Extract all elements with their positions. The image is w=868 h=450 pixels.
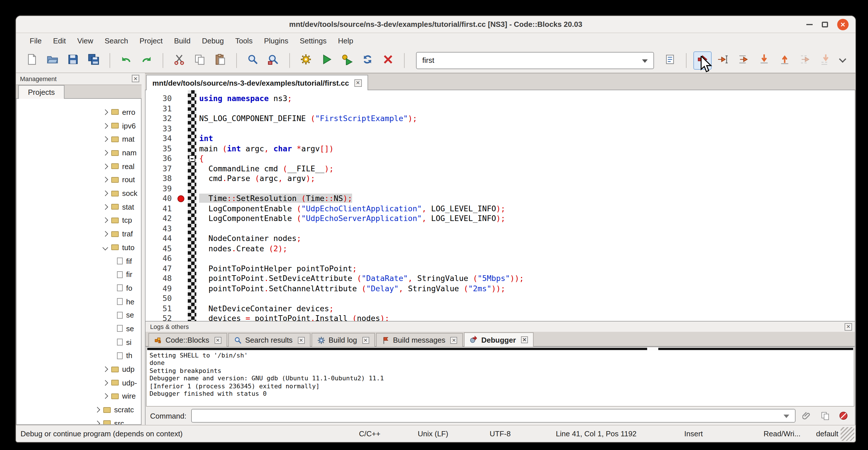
- menu-plugins[interactable]: Plugins: [258, 34, 294, 47]
- close-button[interactable]: ✕: [837, 19, 848, 30]
- step-into-instruction-button[interactable]: [817, 51, 835, 69]
- menu-edit[interactable]: Edit: [48, 34, 72, 47]
- log-tab-close-icon[interactable]: ✕: [451, 337, 457, 343]
- menu-settings[interactable]: Settings: [294, 34, 332, 47]
- breakpoint-margin[interactable]: [175, 234, 188, 244]
- chevron-right-icon[interactable]: [102, 380, 108, 386]
- breakpoint-margin[interactable]: [175, 133, 188, 144]
- attach-button[interactable]: [800, 409, 814, 423]
- tree-item-udp[interactable]: udp: [17, 362, 141, 376]
- build-and-run-button[interactable]: [338, 51, 356, 69]
- resize-grip[interactable]: [841, 427, 854, 441]
- title-bar[interactable]: mnt/dev/tools/source/ns-3-dev/examples/t…: [16, 16, 856, 33]
- breakpoint-icon[interactable]: [178, 195, 184, 202]
- breakpoint-margin[interactable]: [175, 253, 188, 264]
- log-tab-code-blocks[interactable]: Code::Blocks✕: [148, 333, 227, 347]
- breakpoint-margin[interactable]: [175, 274, 188, 283]
- tree-item-scratc[interactable]: scratc: [17, 403, 141, 417]
- chevron-right-icon[interactable]: [102, 204, 108, 210]
- breakpoint-margin[interactable]: [175, 154, 188, 163]
- run-button[interactable]: [317, 51, 336, 69]
- breakpoint-margin[interactable]: [175, 214, 188, 223]
- tree-item-mat[interactable]: mat: [17, 132, 141, 146]
- build-target-combo[interactable]: first: [416, 52, 654, 69]
- breakpoint-margin[interactable]: [175, 294, 188, 303]
- breakpoint-margin[interactable]: [175, 313, 188, 321]
- projects-tree[interactable]: erroipv6matnamrealroutsockstattcptraftut…: [16, 98, 142, 425]
- menu-debug[interactable]: Debug: [196, 34, 230, 47]
- tree-item-fir[interactable]: fir: [17, 268, 141, 281]
- step-into-button[interactable]: [755, 51, 773, 69]
- tab-projects[interactable]: Projects: [18, 85, 64, 98]
- tree-item-tuto[interactable]: tuto: [17, 241, 141, 254]
- log-tab-search-results[interactable]: Search results✕: [228, 333, 310, 347]
- next-instruction-button[interactable]: [796, 51, 814, 69]
- breakpoint-margin[interactable]: [175, 103, 188, 114]
- rebuild-button[interactable]: [359, 51, 377, 69]
- menu-view[interactable]: View: [72, 34, 99, 47]
- tree-item-th[interactable]: th: [17, 349, 141, 362]
- tree-item-he[interactable]: he: [17, 295, 141, 308]
- editor-tab-first-cc[interactable]: mnt/dev/tools/source/ns-3-dev/examples/t…: [146, 75, 368, 90]
- cut-button[interactable]: [170, 51, 188, 69]
- redo-button[interactable]: [137, 51, 156, 69]
- debugger-log[interactable]: Setting SHELL to '/bin/sh'doneSetting br…: [146, 347, 854, 407]
- copy-log-button[interactable]: [818, 409, 832, 423]
- open-button[interactable]: [43, 51, 62, 69]
- breakpoint-margin[interactable]: [175, 264, 188, 274]
- chevron-right-icon[interactable]: [102, 177, 108, 183]
- menu-file[interactable]: File: [24, 34, 48, 47]
- toolbar-overflow-button[interactable]: [836, 53, 850, 68]
- menu-search[interactable]: Search: [99, 34, 134, 47]
- breakpoint-margin[interactable]: [175, 283, 188, 294]
- fold-marker-icon[interactable]: [189, 155, 195, 161]
- panel-splitter[interactable]: [142, 73, 145, 425]
- new-file-button[interactable]: [23, 51, 41, 69]
- code-editor[interactable]: 30using namespace ns3;3132NS_LOG_COMPONE…: [145, 90, 856, 321]
- build-button[interactable]: [297, 51, 315, 69]
- log-tab-close-icon[interactable]: ✕: [521, 336, 528, 343]
- tree-item-se[interactable]: se: [17, 308, 141, 322]
- breakpoint-margin[interactable]: [175, 244, 188, 253]
- tree-item-rout[interactable]: rout: [17, 173, 141, 186]
- tree-item-udp-[interactable]: udp-: [17, 376, 141, 389]
- breakpoint-margin[interactable]: [175, 193, 188, 204]
- breakpoint-margin[interactable]: [175, 174, 188, 184]
- command-input[interactable]: [191, 409, 796, 423]
- chevron-right-icon[interactable]: [102, 123, 108, 128]
- compile-current-file-button[interactable]: [661, 51, 679, 69]
- save-all-button[interactable]: [85, 51, 103, 69]
- log-tab-build-messages[interactable]: Build messages✕: [376, 333, 463, 347]
- chevron-down-icon[interactable]: [102, 245, 108, 250]
- breakpoint-margin[interactable]: [175, 184, 188, 193]
- stop-debugger-button[interactable]: [837, 409, 850, 423]
- chevron-right-icon[interactable]: [102, 190, 108, 196]
- minimize-button[interactable]: [806, 24, 813, 25]
- replace-button[interactable]: [264, 51, 282, 69]
- tree-item-nam[interactable]: nam: [17, 146, 141, 159]
- breakpoint-margin[interactable]: [175, 204, 188, 214]
- menu-tools[interactable]: Tools: [229, 34, 258, 47]
- find-button[interactable]: [244, 51, 262, 69]
- log-tab-close-icon[interactable]: ✕: [362, 337, 369, 343]
- chevron-right-icon[interactable]: [94, 407, 100, 413]
- tree-item-sock[interactable]: sock: [17, 187, 141, 200]
- step-out-button[interactable]: [776, 51, 794, 69]
- paste-button[interactable]: [211, 51, 229, 69]
- next-line-button[interactable]: [735, 51, 753, 69]
- breakpoint-margin[interactable]: [175, 94, 188, 103]
- tree-item-stat[interactable]: stat: [17, 200, 141, 214]
- log-tab-build-log[interactable]: Build log✕: [311, 333, 375, 347]
- undo-button[interactable]: [117, 51, 135, 69]
- tree-item-real[interactable]: real: [17, 160, 141, 173]
- chevron-right-icon[interactable]: [102, 137, 108, 142]
- save-button[interactable]: [64, 51, 82, 69]
- run-to-cursor-button[interactable]: [714, 51, 732, 69]
- breakpoint-margin[interactable]: [175, 163, 188, 174]
- tree-item-fo[interactable]: fo: [17, 281, 141, 295]
- combo-dropdown-icon[interactable]: [642, 59, 648, 63]
- chevron-right-icon[interactable]: [102, 217, 108, 223]
- tree-item-ipv6[interactable]: ipv6: [17, 119, 141, 132]
- editor-tab-close-icon[interactable]: ✕: [354, 79, 362, 87]
- log-tab-close-icon[interactable]: ✕: [298, 337, 305, 343]
